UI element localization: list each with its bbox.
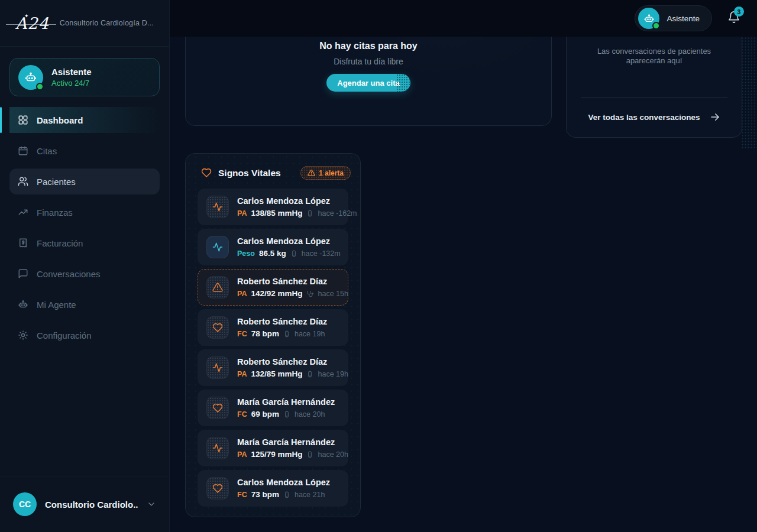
metric-label: FC [237,491,247,499]
sidebar-item-label: Pacientes [37,177,76,187]
sidebar-item-configuracion[interactable]: Configuración [9,322,160,348]
sidebar-item-citas[interactable]: Citas [9,138,160,164]
sidebar-item-pacientes[interactable]: Pacientes [9,168,160,194]
online-status-dot [36,83,44,90]
sidebar-item-label: Citas [37,146,57,156]
metric-label: PA [237,370,247,378]
vital-signs-header: Signos Vitales 1 alerta [186,154,360,180]
users-icon [18,176,28,187]
vital-sign-row[interactable]: Carlos Mendoza López Peso 86.5 kg hace -… [198,229,348,265]
empty-subtitle: Disfruta tu día libre [334,57,403,66]
metric-value: 78 bpm [251,329,279,338]
clinic-name: Consultorio Cardiología D... [60,19,154,27]
appointments-card: No hay citas para hoy Disfruta tu día li… [185,37,552,126]
sidebar: ✦A24 Consultorio Cardiología D... Asiste… [0,0,170,532]
activity-icon [206,236,229,258]
measurement-time: hace -162m [318,209,357,218]
vital-sign-row[interactable]: Carlos Mendoza López PA 138/85 mmHg hace… [198,189,348,225]
vital-sign-row[interactable]: María García Hernández PA 125/79 mmHg ha… [198,430,348,466]
view-all-conversations-label: Ver todas las conversaciones [588,113,700,122]
metric-label: FC [237,330,247,338]
sidebar-item-facturacion[interactable]: Facturación [9,230,160,256]
view-all-conversations-link[interactable]: Ver todas las conversaciones [567,97,742,137]
sidebar-item-label: Facturación [37,238,83,248]
top-header: Asistente 3 [170,0,757,37]
notifications-button[interactable]: 3 [727,11,740,26]
activity-icon [206,356,229,379]
sidebar-item-label: Mi Agente [37,300,76,310]
patient-name: Roberto Sánchez Díaz [237,317,327,326]
sidebar-item-finanzas[interactable]: Finanzas [9,199,160,225]
phone-icon [306,451,313,458]
measurement-time: hace 19h [318,370,348,378]
heart-icon [206,477,229,499]
metric-value: 142/92 mmHg [251,289,302,298]
vital-sign-row[interactable]: Carlos Mendoza López FC 73 bpm hace 21h [198,470,348,507]
notification-badge: 3 [734,7,744,17]
stethoscope-icon [306,290,313,297]
metric-value: 132/85 mmHg [251,369,302,378]
metric-label: PA [237,450,247,459]
assistant-avatar [18,65,43,90]
account-name: Consultorio Cardiolo... [45,499,138,510]
heart-icon [206,397,229,419]
vital-signs-list: Carlos Mendoza López PA 138/85 mmHg hace… [198,189,348,507]
online-status-dot [652,22,660,30]
vital-signs-card: Signos Vitales 1 alerta Carlos Mendoza L… [185,153,361,517]
conversations-card: Las conversaciones de pacientes aparecer… [566,37,742,138]
conversations-empty-text: Las conversaciones de pacientes aparecer… [567,47,742,66]
arrow-right-icon [710,112,720,122]
assistant-status-card[interactable]: Asistente Activo 24/7 [9,58,160,96]
grid-icon [18,115,28,125]
patient-name: Roberto Sánchez Díaz [237,357,341,366]
main-content: No hay citas para hoy Disfruta tu día li… [170,37,757,532]
assistant-card-title: Asistente [51,67,92,77]
sidebar-item-dashboard[interactable]: Dashboard [9,107,160,133]
vital-sign-row[interactable]: Roberto Sánchez Díaz PA 142/92 mmHg hace… [198,269,348,306]
metric-label: PA [237,209,247,218]
metric-label: FC [237,410,247,419]
activity-icon [206,437,229,459]
account-switcher[interactable]: CC Consultorio Cardiolo... [0,476,169,532]
patient-name: María García Hernández [237,437,341,447]
chevron-down-icon [147,499,156,509]
metric-value: 73 bpm [251,490,279,499]
measurement-time: hace 21h [295,491,325,499]
measurement-time: hace 20h [295,410,325,419]
sidebar-item-label: Configuración [37,330,92,340]
patient-name: Carlos Mendoza López [237,478,330,487]
app-logo: ✦A24 [12,14,53,33]
measurement-time: hace -132m [302,249,341,258]
measurement-time: hace 19h [295,330,325,338]
vital-sign-row[interactable]: Roberto Sánchez Díaz PA 132/85 mmHg hace… [198,349,348,386]
sidebar-item-label: Conversaciones [37,269,101,279]
phone-icon [306,210,313,217]
schedule-appointment-button[interactable]: Agendar una cita [326,74,410,92]
sidebar-item-conversaciones[interactable]: Conversaciones [9,261,160,287]
metric-label: Peso [237,249,255,258]
avatar: CC [13,492,37,516]
assistant-pill-label: Asistente [667,14,700,23]
vital-sign-row[interactable]: María García Hernández FC 69 bpm hace 20… [198,390,348,426]
assistant-card-status: Activo 24/7 [51,79,92,87]
sparkle-icon: ✦ [24,13,30,19]
vital-signs-title: Signos Vitales [218,168,295,179]
assistant-pill-button[interactable]: Asistente [635,5,712,31]
measurement-time: hace 15h [318,290,348,298]
decorative-dot-texture [741,37,757,149]
phone-icon [283,411,290,418]
assistant-avatar [638,8,659,29]
warning-icon [206,276,229,299]
receipt-icon [18,238,28,248]
patient-name: Roberto Sánchez Díaz [237,277,341,286]
heart-icon [206,316,229,339]
sidebar-header: ✦A24 Consultorio Cardiología D... [0,0,169,47]
empty-title: No hay citas para hoy [319,41,417,51]
alert-count-badge: 1 alerta [300,166,351,180]
sidebar-item-mi-agente[interactable]: Mi Agente [9,291,160,317]
vital-sign-row[interactable]: Roberto Sánchez Díaz FC 78 bpm hace 19h [198,309,348,346]
metric-value: 138/85 mmHg [251,209,302,218]
warning-icon [308,169,315,177]
calendar-icon [18,145,28,156]
sidebar-nav: Dashboard Citas Pacientes Finanzas Factu… [0,107,169,348]
